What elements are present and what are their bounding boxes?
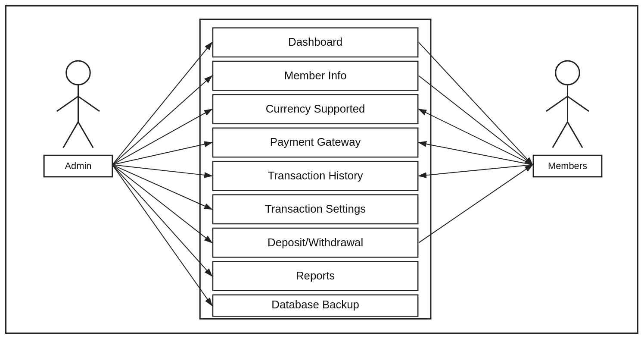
- arrow-members-memberinfo: [419, 76, 532, 165]
- uc-dashboard-label: Dashboard: [288, 36, 342, 48]
- members-right-arm: [567, 96, 589, 111]
- admin-right-arm: [78, 96, 100, 111]
- uc-payment-label: Payment Gateway: [270, 136, 361, 148]
- uc-txsettings-label: Transaction Settings: [265, 203, 366, 215]
- arrow-admin-dbbackup: [112, 165, 212, 305]
- uc-currency-label: Currency Supported: [266, 103, 365, 115]
- arrow-admin-currency: [112, 109, 212, 165]
- uc-txhistory-label: Transaction History: [268, 170, 363, 182]
- admin-left-leg: [63, 122, 78, 148]
- admin-label: Admin: [65, 160, 92, 171]
- diagram-container: Admin Members Dashboard Member Info Curr…: [5, 5, 638, 334]
- arrow-admin-txsettings: [112, 165, 212, 209]
- uc-deposit-label: Deposit/Withdrawal: [268, 236, 363, 248]
- arrow-members-dashboard: [419, 42, 532, 165]
- members-left-arm: [546, 96, 568, 111]
- uc-memberinfo-label: Member Info: [284, 69, 347, 82]
- arrow-admin-dashboard: [112, 42, 212, 165]
- members-label: Members: [548, 160, 587, 171]
- members-left-leg: [553, 122, 568, 148]
- admin-left-arm: [57, 96, 78, 111]
- members-head: [556, 61, 580, 85]
- uc-dbbackup-label: Database Backup: [271, 298, 359, 311]
- arrow-members-currency: [419, 109, 532, 165]
- arrow-admin-memberinfo: [112, 76, 212, 165]
- admin-right-leg: [78, 122, 93, 148]
- admin-head: [66, 61, 90, 85]
- arrow-admin-reports: [112, 165, 212, 276]
- arrow-members-txhistory: [419, 165, 532, 176]
- arrow-members-deposit: [419, 165, 532, 243]
- members-right-leg: [567, 122, 582, 148]
- arrow-admin-deposit: [112, 165, 212, 243]
- arrow-admin-txhistory: [112, 165, 212, 176]
- uc-reports-label: Reports: [296, 270, 335, 282]
- use-case-diagram: Admin Members Dashboard Member Info Curr…: [6, 6, 637, 333]
